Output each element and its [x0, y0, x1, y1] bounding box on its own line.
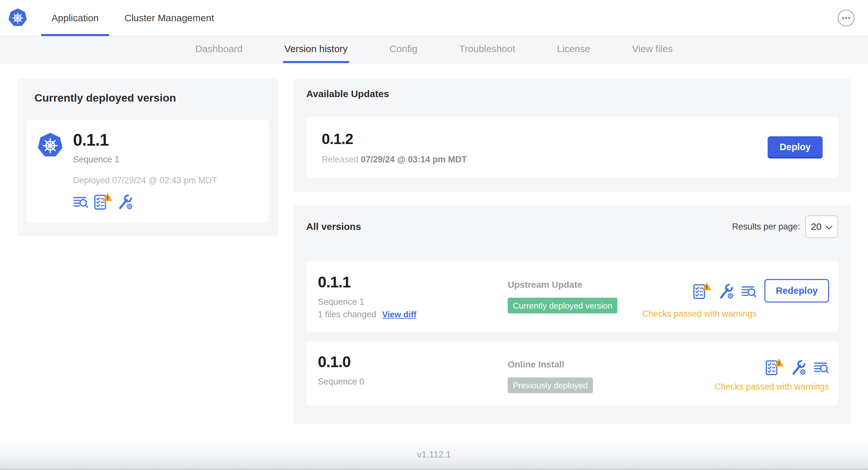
preflight-status-text: Checks passed with warnings — [715, 382, 829, 392]
row-source-label: Upstream Update — [508, 280, 642, 290]
update-released-timestamp: Released 07/29/24 @ 03:14 pm MDT — [322, 155, 467, 165]
app-subnav: Dashboard Version history Config Trouble… — [0, 36, 868, 63]
preflight-status-text: Checks passed with warnings — [642, 309, 757, 319]
chevron-down-icon — [826, 221, 833, 232]
admin-console-version: v1.112.1 — [417, 449, 451, 460]
config-icon[interactable] — [718, 283, 734, 299]
row-sequence: Sequence 0 — [318, 377, 508, 387]
redeploy-button[interactable]: Redeploy — [765, 279, 829, 303]
row-files-changed: 1 files changed — [318, 310, 376, 320]
deployment-status-badge: Currently deployed version — [508, 298, 617, 313]
kubernetes-app-icon — [38, 132, 63, 159]
tab-license[interactable]: License — [556, 36, 591, 63]
deployed-sequence: Sequence 1 — [73, 155, 217, 165]
view-diff-link[interactable]: View diff — [382, 310, 416, 320]
release-notes-icon[interactable] — [73, 195, 89, 210]
tab-config[interactable]: Config — [388, 36, 419, 63]
tab-dashboard[interactable]: Dashboard — [194, 36, 244, 63]
release-notes-icon[interactable] — [814, 360, 829, 375]
results-per-page-select[interactable]: 20 — [805, 215, 838, 238]
deployed-timestamp: Deployed 07/29/24 @ 02:43 pm MDT — [73, 175, 217, 186]
available-updates-title: Available Updates — [306, 89, 838, 99]
preflight-checks-warning-icon[interactable] — [94, 193, 112, 210]
top-bar: Application Cluster Management — [0, 0, 868, 36]
currently-deployed-title: Currently deployed version — [34, 92, 269, 104]
tab-view-files[interactable]: View files — [631, 36, 674, 63]
kubernetes-logo-icon — [8, 8, 27, 28]
available-update-row: 0.1.2 Released 07/29/24 @ 03:14 pm MDT D… — [306, 117, 838, 178]
available-updates-card: Available Updates 0.1.2 Released 07/29/2… — [293, 78, 851, 192]
version-row: 0.1.0 Sequence 0 Online Install Previous… — [306, 341, 838, 405]
tab-troubleshoot[interactable]: Troubleshoot — [458, 36, 516, 63]
config-icon[interactable] — [790, 360, 807, 375]
main-content: Currently deployed version 0.1.1 — [0, 63, 868, 424]
row-sequence: Sequence 1 — [318, 297, 508, 307]
tab-application[interactable]: Application — [39, 0, 112, 36]
currently-deployed-card: Currently deployed version 0.1.1 — [17, 78, 278, 236]
preflight-checks-warning-icon[interactable] — [693, 282, 711, 299]
tab-cluster-management[interactable]: Cluster Management — [112, 0, 227, 36]
version-row: 0.1.1 Sequence 1 1 files changed View di… — [306, 261, 838, 332]
page-footer: v1.112.1 — [0, 440, 868, 470]
results-per-page-label: Results per page: — [732, 222, 800, 232]
app-tabs: Application Cluster Management — [39, 0, 227, 36]
update-version-number: 0.1.2 — [322, 130, 467, 147]
ellipsis-icon — [837, 23, 855, 28]
overflow-menu-button[interactable] — [837, 9, 855, 27]
row-source-label: Online Install — [508, 360, 715, 370]
row-version-number: 0.1.1 — [318, 274, 508, 290]
deployed-version-number: 0.1.1 — [73, 131, 217, 149]
tab-version-history[interactable]: Version history — [283, 36, 349, 63]
release-notes-icon[interactable] — [741, 284, 757, 299]
currently-deployed-version-card: 0.1.1 Sequence 1 Deployed 07/29/24 @ 02:… — [27, 120, 269, 223]
row-version-number: 0.1.0 — [318, 354, 508, 370]
deployment-status-badge: Previously deployed — [508, 377, 593, 393]
deploy-button[interactable]: Deploy — [768, 136, 823, 159]
preflight-checks-warning-icon[interactable] — [765, 359, 783, 375]
config-icon[interactable] — [117, 194, 133, 210]
all-versions-card: All versions Results per page: 20 0.1.1 — [293, 205, 851, 424]
all-versions-title: All versions — [306, 221, 361, 232]
